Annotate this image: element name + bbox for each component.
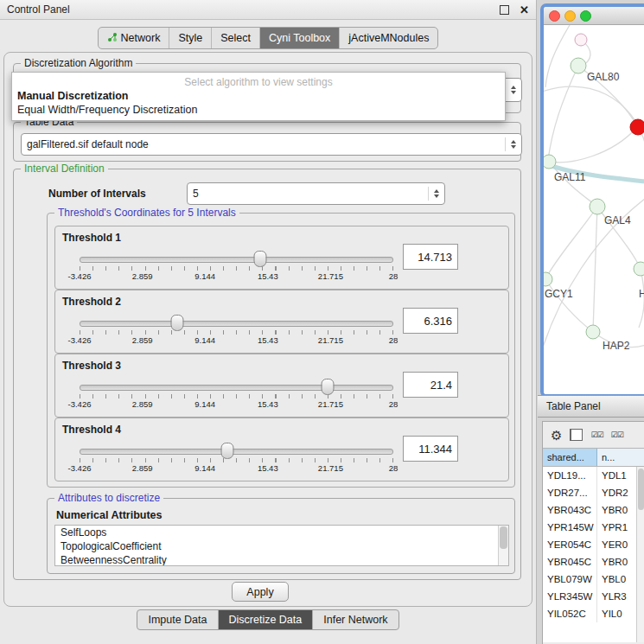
tick-label: 2.859 (132, 399, 153, 409)
table-row[interactable]: YLR345WYLR3 (543, 588, 644, 605)
combo-stepper-icon (505, 82, 516, 98)
node-gal4[interactable] (590, 199, 605, 214)
table-toolbar: ⚙ ☑☑ ☑☑ (543, 422, 644, 448)
tick-label: 2.859 (132, 335, 153, 345)
node-label: GAL11 (554, 171, 586, 183)
tick-label: 9.144 (194, 463, 215, 473)
threshold-1-slider[interactable]: -3.426 2.859 9.144 15.43 21.715 28 (80, 252, 393, 282)
slider-thumb[interactable] (220, 443, 233, 459)
node-selected-red[interactable] (630, 119, 644, 135)
table-data-selected-value: galFiltered.sif default node (27, 138, 149, 150)
threshold-1-value-field[interactable]: 14.713 (403, 244, 458, 270)
threshold-label: Threshold 1 (62, 232, 121, 244)
tab-network[interactable]: Network (99, 28, 169, 48)
slider-track[interactable] (80, 257, 393, 263)
tab-jactivemnodules[interactable]: jActiveMNodules (339, 28, 437, 48)
window-title: Control Panel (7, 3, 70, 16)
node-gal11[interactable] (544, 155, 556, 169)
close-icon[interactable]: ✕ (520, 3, 529, 16)
node-gal80[interactable] (571, 58, 586, 73)
node-label: H (639, 288, 644, 300)
slider-thumb[interactable] (254, 251, 267, 267)
table-row[interactable]: YER054CYER0 (543, 536, 644, 553)
tick-label: -3.426 (68, 271, 92, 281)
table-row[interactable]: YBL079WYBL0 (543, 571, 644, 588)
table-scrollbar[interactable] (636, 467, 644, 642)
tick-label: 9.144 (194, 335, 215, 345)
algorithm-dropdown-list: Select algorithm to view settings Manual… (11, 72, 506, 121)
tab-impute-data[interactable]: Impute Data (137, 610, 217, 629)
node-label: GCY1 (545, 288, 573, 300)
network-window-titlebar (544, 7, 644, 25)
float-window-icon[interactable] (500, 5, 509, 15)
node-hap2[interactable] (586, 325, 600, 339)
attributes-scrollbar[interactable] (498, 526, 508, 565)
select-all-checkboxes-icon[interactable]: ☑☑ (590, 430, 603, 439)
slider-thumb[interactable] (170, 315, 183, 331)
interval-definition-group: Interval Definition Number of Intervals … (13, 169, 521, 580)
combo-stepper-icon (428, 187, 439, 201)
numerical-attributes-list: SelfLoops TopologicalCoefficient Between… (54, 525, 509, 566)
slider-tick-labels: -3.426 2.859 9.144 15.43 21.715 28 (80, 463, 393, 473)
slider-tickmarks (80, 458, 393, 462)
slider-track[interactable] (80, 385, 393, 391)
tick-label: 28 (389, 335, 399, 345)
table-row[interactable]: YPR145WYPR1 (543, 519, 644, 536)
tab-select[interactable]: Select (211, 28, 259, 48)
apply-button[interactable]: Apply (232, 582, 289, 602)
threshold-4-value-field[interactable]: 11.344 (403, 436, 458, 462)
network-view-window: GAL80 GAL11 GAL4 GCY1 HAP2 H (540, 3, 644, 398)
threshold-2-value-field[interactable]: 6.316 (403, 308, 458, 334)
minimize-traffic-light-icon[interactable] (564, 10, 576, 22)
tick-label: 21.715 (318, 335, 343, 345)
tab-discretize-data[interactable]: Discretize Data (218, 610, 313, 629)
number-of-intervals-combobox[interactable]: 5 (187, 182, 445, 205)
columns-icon[interactable] (570, 429, 583, 441)
slider-track[interactable] (80, 449, 393, 455)
gear-icon[interactable]: ⚙ (551, 429, 562, 442)
control-panel-titlebar: Control Panel ✕ (0, 0, 536, 20)
threshold-3-slider[interactable]: -3.426 2.859 9.144 15.43 21.715 28 (80, 380, 393, 410)
column-header-shared-name[interactable]: shared... (543, 449, 597, 466)
threshold-4-panel: Threshold 4 -3.426 2.859 9.144 15.43 21.… (54, 418, 509, 481)
slider-thumb[interactable] (321, 379, 334, 395)
threshold-3-value-field[interactable]: 21.4 (403, 372, 458, 398)
dropdown-placeholder-item[interactable]: Select algorithm to view settings (12, 75, 505, 89)
slider-track[interactable] (80, 321, 393, 327)
tab-style[interactable]: Style (169, 28, 211, 48)
list-item-selfloops[interactable]: SelfLoops (55, 526, 508, 539)
bottom-tabbar: Impute Data Discretize Data Infer Networ… (0, 609, 536, 630)
table-row[interactable]: YDL19...YDL1 (543, 467, 644, 484)
discretization-algorithm-group-title: Discretization Algorithm (21, 57, 136, 69)
table-row[interactable]: YBR045CYBR0 (543, 553, 644, 571)
dropdown-option-manual-discretization[interactable]: Manual Discretization (12, 89, 505, 103)
deselect-checkboxes-icon[interactable]: ☑☑ (611, 430, 623, 439)
dropdown-option-equal-width-frequency[interactable]: Equal Width/Frequency Discretization (12, 103, 505, 117)
list-item-betweennesscentrality[interactable]: BetweennessCentrality (55, 553, 508, 566)
network-tab-icon (107, 32, 118, 45)
zoom-traffic-light-icon[interactable] (580, 10, 591, 22)
node-label: GAL80 (587, 71, 620, 83)
table-row[interactable]: YIL052CYIL0 (543, 605, 644, 622)
node-unlabeled[interactable] (634, 262, 644, 276)
attributes-group: Attributes to discretize Numerical Attri… (47, 498, 515, 574)
tick-label: 28 (389, 463, 399, 473)
close-traffic-light-icon[interactable] (549, 10, 560, 22)
scrollbar-thumb[interactable] (500, 526, 507, 549)
list-item-topologicalcoefficient[interactable]: TopologicalCoefficient (55, 539, 508, 553)
table-data-combobox[interactable]: galFiltered.sif default node (21, 133, 522, 156)
column-header-name[interactable]: n... (597, 449, 644, 466)
table-data-group: Table Data galFiltered.sif default node (13, 122, 521, 162)
node-gcy1[interactable] (544, 272, 552, 286)
tick-label: 15.43 (258, 335, 278, 345)
table-row[interactable]: YBR043CYBR0 (543, 501, 644, 519)
threshold-2-slider[interactable]: -3.426 2.859 9.144 15.43 21.715 28 (80, 316, 393, 346)
table-row[interactable]: YDR27...YDR2 (543, 484, 644, 501)
threshold-4-slider[interactable]: -3.426 2.859 9.144 15.43 21.715 28 (80, 444, 393, 474)
number-of-intervals-label: Number of Intervals (48, 188, 146, 200)
network-canvas[interactable]: GAL80 GAL11 GAL4 GCY1 HAP2 H (544, 25, 644, 394)
tab-cyni-toolbox[interactable]: Cyni Toolbox (259, 28, 339, 48)
tab-infer-network[interactable]: Infer Network (312, 610, 398, 629)
node-unlabeled[interactable] (575, 34, 587, 46)
scrollbar-thumb[interactable] (638, 469, 644, 510)
